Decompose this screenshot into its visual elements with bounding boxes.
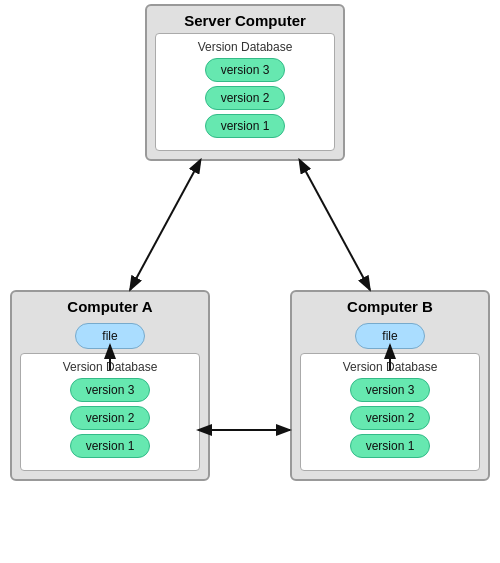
computer-a-version-1: version 1 <box>70 434 150 458</box>
computer-a-title: Computer A <box>12 292 208 319</box>
arrow-server-to-b <box>305 170 370 290</box>
computer-a-db-label: Version Database <box>29 360 191 374</box>
computer-a-version-3: version 3 <box>70 378 150 402</box>
computer-a-file: file <box>75 323 145 349</box>
arrow-server-to-a <box>130 170 195 290</box>
computer-b-version-3: version 3 <box>350 378 430 402</box>
computer-b-db-label: Version Database <box>309 360 471 374</box>
server-version-2: version 2 <box>205 86 285 110</box>
server-db-label: Version Database <box>164 40 326 54</box>
computer-a-box: Computer A file Version Database version… <box>10 290 210 481</box>
server-computer-box: Server Computer Version Database version… <box>145 4 345 161</box>
computer-b-file: file <box>355 323 425 349</box>
server-version-1: version 1 <box>205 114 285 138</box>
computer-b-db-container: Version Database version 3 version 2 ver… <box>300 353 480 471</box>
server-title: Server Computer <box>147 6 343 33</box>
computer-b-version-2: version 2 <box>350 406 430 430</box>
computer-b-title: Computer B <box>292 292 488 319</box>
computer-a-db-container: Version Database version 3 version 2 ver… <box>20 353 200 471</box>
server-version-3: version 3 <box>205 58 285 82</box>
diagram: Server Computer Version Database version… <box>0 0 500 563</box>
server-db-container: Version Database version 3 version 2 ver… <box>155 33 335 151</box>
computer-a-version-2: version 2 <box>70 406 150 430</box>
computer-b-box: Computer B file Version Database version… <box>290 290 490 481</box>
computer-b-version-1: version 1 <box>350 434 430 458</box>
